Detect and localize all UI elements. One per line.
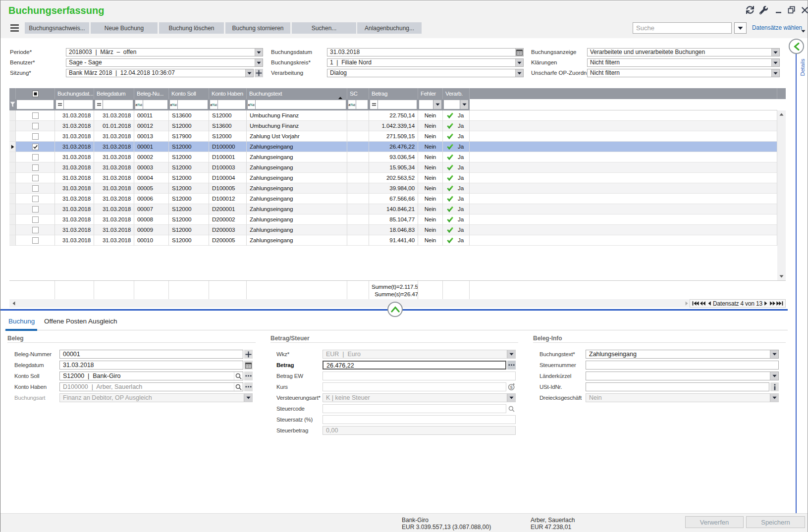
details-rail-tab[interactable]: Details (797, 58, 808, 78)
input-kontosoll[interactable]: S12000 | Bank-Giro (59, 372, 243, 380)
dropdown-icon[interactable] (770, 350, 778, 358)
input-betrag[interactable]: 26.476,22 (323, 361, 506, 370)
scroll-up-icon[interactable] (779, 113, 784, 116)
input-steuersatz[interactable] (323, 415, 516, 424)
filter-cell-betrag[interactable] (369, 99, 418, 110)
dropdown-icon[interactable] (255, 49, 263, 56)
filter-input-sc[interactable] (356, 100, 368, 109)
column-header-betrag[interactable]: Betrag (369, 88, 418, 99)
toolbar-button-5[interactable]: Suchen... (292, 22, 356, 34)
nav-next-page-button[interactable] (769, 300, 776, 307)
table-row[interactable]: 31.03.201831.03.201800009S12000D200003Za… (9, 225, 786, 235)
combo-wkz[interactable]: EUR | Euro (323, 350, 516, 359)
input-steuernummer[interactable] (586, 361, 779, 370)
alc-filter-icon[interactable]: a%c (170, 100, 177, 109)
filter-field-verarbeitung[interactable]: Dialog (327, 69, 524, 77)
input-ustidnr[interactable] (586, 382, 769, 391)
details-panel-edge[interactable] (796, 54, 797, 513)
filter-dropdown-icon[interactable] (460, 100, 468, 109)
filter-dropdown-icon[interactable] (433, 100, 441, 109)
table-row[interactable]: 31.03.201801.01.201800012S12000S13600Umb… (9, 121, 786, 131)
row-checkbox[interactable] (16, 162, 55, 173)
search-input[interactable] (633, 22, 732, 34)
magnifier-icon[interactable] (234, 383, 243, 391)
verwerfen-button[interactable]: Verwerfen (685, 516, 744, 528)
equals-filter-icon[interactable] (370, 100, 377, 109)
combo-buchungsart[interactable]: Finanz an Debitor, OP Ausgleich (59, 393, 253, 402)
minimize-icon[interactable] (773, 4, 784, 15)
row-checkbox[interactable] (16, 142, 55, 152)
row-checkbox[interactable] (16, 121, 55, 131)
alc-filter-icon[interactable]: a%c (135, 100, 143, 109)
dropdown-icon[interactable] (515, 59, 523, 66)
input-kontohaben[interactable]: D100000 | Arber, Sauerlach (59, 382, 243, 391)
equals-filter-icon[interactable] (95, 100, 103, 109)
column-header-kontosoll[interactable]: Konto Soll (169, 88, 209, 99)
filter-cell-kontosoll[interactable]: a%c (169, 99, 209, 110)
filter-field-buchungsdatum[interactable]: 31.03.2018 (327, 48, 524, 56)
input-kurs[interactable] (323, 382, 506, 391)
filter-cell-belegnr[interactable]: a%c (134, 99, 169, 110)
plus-icon[interactable] (244, 350, 253, 359)
column-header-bdatum[interactable]: Buchungsdat... (55, 88, 94, 99)
details-collapse-button[interactable] (789, 39, 804, 54)
input-belegdatum[interactable]: 31.03.2018 (59, 361, 243, 370)
row-checkbox[interactable] (16, 152, 55, 162)
filter-field-benutzer[interactable]: Sage - Sage (66, 58, 263, 67)
calendar-icon[interactable] (515, 49, 523, 56)
filter-input-verarb[interactable] (444, 100, 460, 109)
table-row[interactable]: 31.03.201831.03.201800001S12000D100000Za… (9, 142, 786, 152)
table-row[interactable]: 31.03.201831.03.201800007S12000D200001Za… (9, 204, 786, 214)
ellipsis-icon[interactable] (507, 361, 516, 370)
filter-cell-check[interactable] (16, 99, 55, 110)
row-checkbox[interactable] (16, 235, 55, 246)
combo-verst[interactable]: K | keine Steuer (323, 393, 516, 402)
row-checkbox[interactable] (16, 183, 55, 194)
toolbar-button-2[interactable]: Neue Buchung (91, 22, 158, 34)
dropdown-icon[interactable] (245, 69, 253, 77)
dropdown-icon[interactable] (771, 69, 779, 77)
dropdown-icon[interactable] (515, 69, 523, 77)
table-row[interactable]: 31.03.201831.03.201800013S17900S12000Zah… (9, 131, 786, 142)
nav-next-button[interactable] (762, 300, 769, 307)
filter-field-unscharfe[interactable]: Nicht filtern (587, 69, 780, 77)
column-header-belegdatum[interactable]: Belegdatum (94, 88, 134, 99)
combo-buchungstext[interactable]: Zahlungseingang (586, 350, 779, 359)
nav-last-button[interactable] (776, 300, 783, 307)
table-row[interactable]: 31.03.201831.03.201800008S12000D200002Za… (9, 214, 786, 225)
toolbar-button-1[interactable]: Buchungsnachweis... (25, 22, 89, 34)
records-caret-icon[interactable] (801, 27, 806, 34)
filter-cell-kontohaben[interactable]: a%c (209, 99, 247, 110)
combo-laenderkuerzel[interactable] (586, 372, 779, 380)
filter-input-check[interactable] (17, 100, 54, 109)
input-belegnummer[interactable]: 00001 (59, 350, 243, 359)
table-row[interactable]: 31.03.201831.03.201800010S12000D200005Za… (9, 235, 786, 246)
filter-input-kontohaben[interactable] (218, 100, 245, 109)
row-checkbox[interactable] (16, 194, 55, 204)
search-filter-dropdown-button[interactable] (734, 22, 747, 34)
row-checkbox[interactable] (16, 204, 55, 214)
records-select-button[interactable]: Datensätze wählen (752, 24, 802, 31)
collapse-grid-button[interactable] (387, 302, 403, 317)
alc-filter-icon[interactable]: a%c (348, 100, 356, 109)
filter-input-betrag[interactable] (378, 100, 417, 109)
nav-first-button[interactable] (692, 300, 699, 307)
info-icon[interactable] (770, 382, 779, 391)
row-checkbox[interactable] (16, 110, 55, 121)
speichern-button[interactable]: Speichern (746, 516, 805, 528)
settings-wrench-icon[interactable] (758, 4, 769, 15)
alc-filter-icon[interactable]: a%c (210, 100, 217, 109)
toolbar-button-4[interactable]: Buchung stornieren (225, 22, 290, 34)
dropdown-icon[interactable] (771, 49, 779, 56)
dropdown-icon[interactable] (255, 59, 263, 66)
ellipsis-icon[interactable] (244, 372, 253, 380)
table-row[interactable]: 31.03.201831.03.201800011S13600S12000Umb… (9, 110, 786, 121)
scroll-down-icon[interactable] (779, 275, 784, 278)
tab-buchung[interactable]: Buchung (8, 318, 35, 325)
close-icon[interactable] (799, 4, 808, 15)
column-header-belegnr[interactable]: Beleg-Nu... (134, 88, 169, 99)
grid-vertical-scrollbar[interactable] (777, 110, 786, 280)
scroll-right-icon[interactable] (685, 301, 688, 306)
toolbar-button-3[interactable]: Buchung löschen (159, 22, 224, 34)
column-header-text[interactable]: Buchungstext (247, 88, 347, 99)
